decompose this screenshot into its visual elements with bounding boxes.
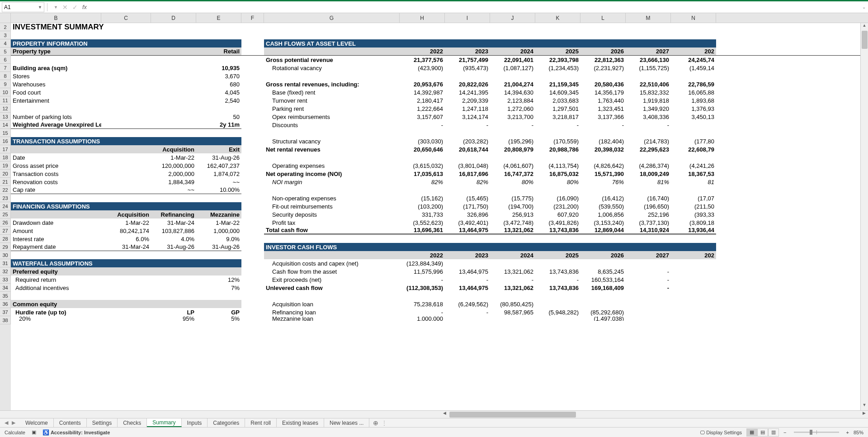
col-header-D[interactable]: D [151,13,196,23]
row-header-14[interactable]: 14 [0,121,11,129]
row-header-29[interactable]: 29 [0,243,11,251]
row-header-16[interactable]: 16 [0,137,11,145]
chevron-down-icon[interactable]: ▼ [38,5,42,10]
dropdown-icon[interactable]: ▼ [54,5,58,10]
col-header-C[interactable]: C [101,13,151,23]
row-header-3[interactable]: 3 [0,31,11,39]
display-settings[interactable]: 🖵 Display Settings [700,430,742,435]
vertical-scrollbar[interactable]: ▲ ▼ [860,23,868,410]
col-header-G[interactable]: G [264,13,400,23]
col-header-B[interactable]: B [11,13,101,23]
row-header-27[interactable]: 27 [0,227,11,235]
cancel-icon[interactable]: ✕ [62,4,68,11]
col-header-H[interactable]: H [400,13,445,23]
col-header-E[interactable]: E [196,13,241,23]
row-header-10[interactable]: 10 [0,88,11,96]
scroll-up-icon[interactable]: ▲ [861,23,868,31]
view-pagebreak-icon[interactable]: ▥ [768,428,779,437]
view-layout-icon[interactable]: ▤ [757,428,768,437]
sheet-tabs: ◀▶ WelcomeContentsSettingsChecksSummaryI… [0,418,868,427]
zoom-out-icon[interactable]: − [783,430,786,435]
col-header-F[interactable]: F [241,13,264,23]
row-headers: 2345678910111213141516171819202122232425… [0,23,11,410]
row-header-18[interactable]: 18 [0,153,11,162]
row-header-9[interactable]: 9 [0,80,11,88]
row-header-11[interactable]: 11 [0,96,11,104]
row-header-4[interactable]: 4 [0,39,11,48]
col-header-K[interactable]: K [535,13,580,23]
col-header-I[interactable]: I [445,13,490,23]
row-header-21[interactable]: 21 [0,178,11,186]
horizontal-scrollbar[interactable] [448,411,860,418]
scroll-down-icon[interactable]: ▼ [861,403,868,410]
scroll-right-icon[interactable]: ▶ [860,411,868,418]
tab-existing-leases[interactable]: Existing leases [277,418,324,427]
row-header-35[interactable]: 35 [0,292,11,300]
formula-bar: A1▼ ▼ ✕ ✓ fx ⌄ [0,1,868,13]
tab-welcome[interactable]: Welcome [20,418,54,427]
tab-rent-roll[interactable]: Rent roll [245,418,277,427]
row-header-36[interactable]: 36 [0,300,11,308]
row-header-33[interactable]: 33 [0,276,11,284]
tab-prev-icon[interactable]: ◀ [5,420,8,426]
tab-inputs[interactable]: Inputs [182,418,208,427]
row-header-31[interactable]: 31 [0,259,11,267]
macro-record-icon[interactable]: ▣ [32,429,36,435]
row-header-2[interactable]: 2 [0,23,11,31]
tab-new-leases-[interactable]: New leases ... [324,418,369,427]
row-header-28[interactable]: 28 [0,235,11,243]
tab-checks[interactable]: Checks [118,418,147,427]
row-header-8[interactable]: 8 [0,72,11,80]
row-header-22[interactable]: 22 [0,186,11,194]
accessibility-status[interactable]: ♿ Accessibility: Investigate [42,429,110,436]
add-sheet-icon[interactable]: ⊕ [369,418,382,427]
zoom-in-icon[interactable]: + [846,430,849,435]
row-header-17[interactable]: 17 [0,145,11,153]
tab-settings[interactable]: Settings [87,418,118,427]
status-bar: Calculate ▣ ♿ Accessibility: Investigate… [0,427,868,437]
row-header-32[interactable]: 32 [0,267,11,276]
row-header-24[interactable]: 24 [0,202,11,210]
row-header-38[interactable]: 38 [0,316,11,324]
col-header-N[interactable]: N [671,13,716,23]
row-header-30[interactable]: 30 [0,251,11,259]
row-header-6[interactable]: 6 [0,56,11,64]
row-header-12[interactable]: 12 [0,104,11,113]
formula-input[interactable] [93,2,857,12]
zoom-level[interactable]: 85% [854,430,863,435]
h-scroll-thumb[interactable] [449,412,576,418]
row-header-15[interactable]: 15 [0,129,11,137]
expand-formula-icon[interactable]: ⌄ [860,5,868,10]
accept-icon[interactable]: ✓ [72,4,78,11]
fx-icon[interactable]: fx [82,4,87,10]
scroll-left-icon[interactable]: ◀ [441,411,448,418]
row-header-19[interactable]: 19 [0,162,11,170]
zoom-slider[interactable] [794,432,839,433]
cells-area[interactable]: INVESTMENT SUMMARYPROPERTY INFORMATIONCA… [11,23,860,410]
select-all-corner[interactable] [0,13,11,23]
row-header-37[interactable]: 37 [0,308,11,316]
row-header-13[interactable]: 13 [0,113,11,121]
col-header-L[interactable]: L [580,13,626,23]
tab-contents[interactable]: Contents [54,418,87,427]
tab-categories[interactable]: Categories [208,418,245,427]
row-header-20[interactable]: 20 [0,170,11,178]
view-normal-icon[interactable]: ▦ [746,428,757,437]
row-header-25[interactable]: 25 [0,210,11,218]
row-header-26[interactable]: 26 [0,218,11,227]
tab-next-icon[interactable]: ▶ [12,420,15,426]
col-header-J[interactable]: J [490,13,535,23]
tab-summary[interactable]: Summary [147,418,181,427]
v-scroll-thumb[interactable] [862,31,868,49]
row-header-5[interactable]: 5 [0,48,11,56]
row-header-7[interactable]: 7 [0,64,11,72]
column-headers: BCDEFGHIJKLMN [0,13,868,23]
status-mode: Calculate [5,430,25,435]
col-header-M[interactable]: M [626,13,671,23]
row-header-34[interactable]: 34 [0,284,11,292]
name-box[interactable]: A1▼ [2,2,44,12]
row-header-23[interactable]: 23 [0,194,11,202]
